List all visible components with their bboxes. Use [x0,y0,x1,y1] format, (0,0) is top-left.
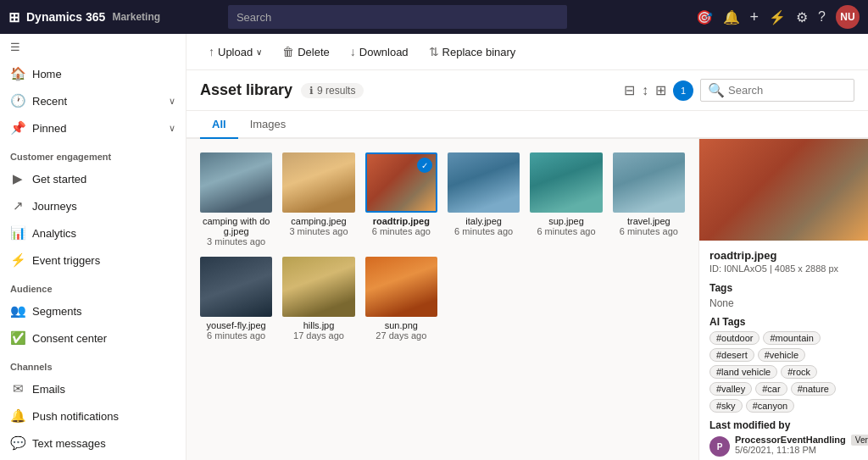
top-bar: ⊞ Dynamics 365 Marketing 🎯 🔔 + ⚡ ⚙ ? NU [0,0,868,34]
gallery-item-name: camping with dog.jpeg [200,216,272,236]
tag-chip: #sky [709,399,743,413]
journeys-icon: ↗ [10,198,25,213]
last-modified-version: Version 2 [851,435,868,446]
gallery-item[interactable]: italy.jpeg 6 minutes ago [448,152,520,247]
view-icon[interactable]: ⊞ [655,82,666,98]
sidebar-item-segments-label: Segments [32,305,82,318]
sidebar-item-pinned[interactable]: 📌 Pinned ∨ [0,114,186,141]
sidebar-item-home[interactable]: 🏠 Home [0,60,186,87]
gallery-thumb [200,152,272,213]
sidebar-item-text-messages-label: Text messages [32,437,106,450]
sidebar-group-assets: Assets [0,457,186,460]
gallery-thumb [365,257,437,317]
sidebar-toggle[interactable]: ☰ [0,34,186,60]
action-toolbar: ↑ Upload ∨ 🗑 Delete ↓ Download ⇅ Replace… [186,34,868,70]
brand: ⊞ Dynamics 365 Marketing [8,9,160,25]
sidebar-item-event-triggers[interactable]: ⚡ Event triggers [0,247,186,274]
tag-chip: #nature [791,382,836,396]
main-layout: ☰ 🏠 Home 🕐 Recent ∨ 📌 Pinned ∨ Customer … [0,34,868,460]
gallery-thumb [448,152,520,213]
sidebar-item-get-started[interactable]: ▶ Get started [0,165,186,192]
gallery-item-name: sup.jpeg [548,216,584,226]
waffle-icon[interactable]: ⊞ [8,9,19,25]
gallery-tabs: All Images [186,111,868,139]
sidebar-item-segments[interactable]: 👥 Segments [0,297,186,324]
gallery-item-name: travel.jpeg [627,216,670,226]
module-name: Marketing [112,11,160,23]
help-icon[interactable]: ? [818,9,826,25]
detail-ai-tags-label: AI Tags [709,316,858,328]
global-search-input[interactable] [228,5,567,29]
sidebar: ☰ 🏠 Home 🕐 Recent ∨ 📌 Pinned ∨ Customer … [0,34,186,460]
sidebar-item-recent[interactable]: 🕐 Recent ∨ [0,87,186,114]
gallery-thumb: ✓ [365,152,437,213]
pin-icon: 📌 [10,120,25,136]
tag-chip: #car [755,382,787,396]
bell-icon[interactable]: 🔔 [723,9,740,25]
app-root: ⊞ Dynamics 365 Marketing 🎯 🔔 + ⚡ ⚙ ? NU … [0,0,868,460]
gallery-thumb [282,152,354,213]
download-icon: ↓ [350,45,356,58]
download-button[interactable]: ↓ Download [342,41,417,63]
tag-chip: #canyon [746,399,795,413]
last-modified-name: ProcessorEventHandling [735,435,846,445]
page-header: Asset library ℹ 9 results ⊟ ↕ ⊞ 1 🔍 [186,70,868,111]
gallery-item-time: 17 days ago [293,330,344,341]
sidebar-item-consent-center-label: Consent center [32,332,107,345]
gallery-search-input[interactable] [728,84,847,97]
lightning-icon[interactable]: ⚡ [769,9,786,25]
sort-icon[interactable]: ↕ [642,83,648,98]
sidebar-item-analytics[interactable]: 📊 Analytics [0,219,186,247]
delete-button[interactable]: 🗑 Delete [274,41,338,63]
home-icon: 🏠 [10,66,25,81]
gallery-item[interactable]: ✓ roadtrip.jpeg 6 minutes ago [365,152,437,247]
selected-badge: ✓ [417,158,432,173]
user-avatar[interactable]: NU [836,5,860,29]
sidebar-item-consent-center[interactable]: ✅ Consent center [0,324,186,352]
upload-icon: ↑ [209,45,214,58]
gallery-item[interactable]: yousef-fly.jpeg 6 minutes ago [200,257,272,341]
detail-last-modified-label: Last modified by [709,419,858,431]
gallery-item[interactable]: sun.png 27 days ago [365,257,437,341]
sidebar-item-push-notifications[interactable]: 🔔 Push notifications [0,402,186,430]
gallery-thumb [530,152,602,213]
sidebar-item-text-messages[interactable]: 💬 Text messages [0,430,186,457]
tab-images[interactable]: Images [238,111,298,139]
gallery-item-time: 3 minutes ago [207,236,265,247]
gallery-item-name: italy.jpeg [465,216,502,226]
gallery-panel: camping with dog.jpeg 3 minutes ago camp… [186,139,698,460]
info-icon: ℹ [309,85,314,97]
detail-id: ID: I0NLAxO5 | 4085 x 2888 px [709,263,858,274]
analytics-icon: 📊 [10,225,25,241]
sidebar-item-pinned-label: Pinned [32,122,66,135]
gallery-item-time: 27 days ago [376,330,426,341]
gallery-item[interactable]: hills.jpg 17 days ago [282,257,354,341]
tab-all[interactable]: All [200,111,238,139]
sidebar-group-channels: Channels [0,352,186,375]
detail-preview-image [699,139,868,241]
target-icon[interactable]: 🎯 [696,9,713,25]
sidebar-item-analytics-label: Analytics [32,227,76,240]
gallery-item[interactable]: sup.jpeg 6 minutes ago [530,152,602,247]
two-panel: camping with dog.jpeg 3 minutes ago camp… [186,139,868,460]
recent-icon: 🕐 [10,93,25,108]
filter-icon[interactable]: ⊟ [624,82,635,98]
sidebar-item-journeys[interactable]: ↗ Journeys [0,192,186,219]
sidebar-item-get-started-label: Get started [32,173,86,186]
upload-button[interactable]: ↑ Upload ∨ [200,41,270,63]
sidebar-item-emails[interactable]: ✉ Emails [0,375,186,402]
gallery-item-name: roadtrip.jpeg [373,216,430,226]
replace-binary-button[interactable]: ⇅ Replace binary [420,41,525,63]
sidebar-item-home-label: Home [32,68,62,80]
gallery-item[interactable]: camping with dog.jpeg 3 minutes ago [200,152,272,247]
gallery-item-time: 6 minutes ago [620,226,678,236]
gallery-item[interactable]: travel.jpeg 6 minutes ago [613,152,685,247]
gallery-item-name: sun.png [385,320,418,330]
gallery-item[interactable]: camping.jpeg 3 minutes ago [282,152,354,247]
chevron-down-icon: ∨ [169,96,175,107]
settings-icon[interactable]: ⚙ [796,9,808,25]
gallery-item-time: 6 minutes ago [372,226,431,236]
sidebar-item-push-notifications-label: Push notifications [32,410,119,423]
add-icon[interactable]: + [750,8,760,26]
top-bar-actions: 🎯 🔔 + ⚡ ⚙ ? NU [696,5,860,29]
